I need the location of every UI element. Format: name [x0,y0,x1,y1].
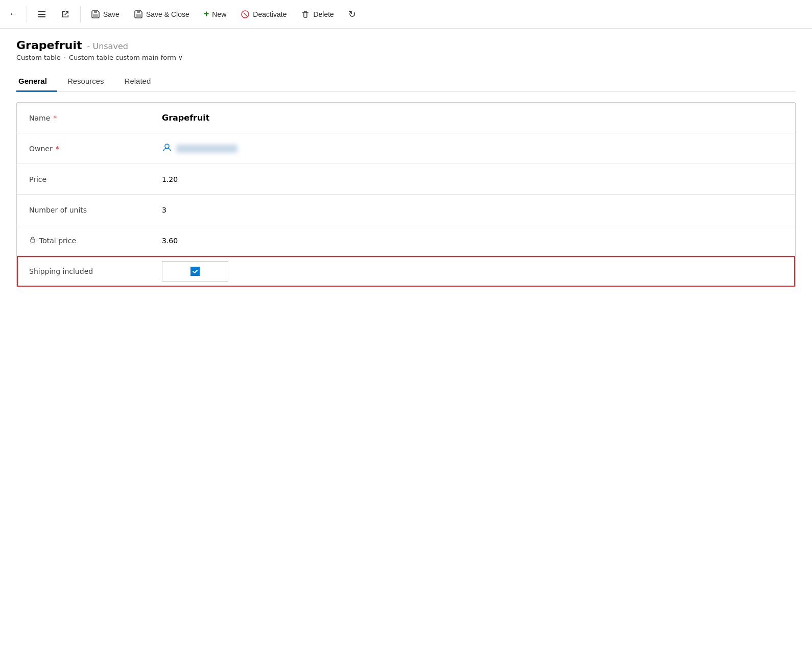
field-row-owner: Owner * [17,133,795,164]
record-status: - Unsaved [87,41,128,51]
save-close-label: Save & Close [146,10,189,18]
save-close-icon [134,10,143,19]
field-value-name: Grapefruit [162,113,783,123]
field-label-shipping-included: Shipping included [29,267,162,275]
field-value-price[interactable]: 1.20 [162,175,783,183]
field-label-price: Price [29,175,162,183]
refresh-icon: ↻ [348,9,356,20]
svg-rect-5 [137,11,140,13]
svg-rect-0 [38,11,45,12]
field-label-name: Name * [29,114,162,122]
deactivate-label: Deactivate [253,10,286,18]
breadcrumb-separator: · [64,54,66,61]
list-view-button[interactable] [31,7,53,22]
deactivate-icon [241,10,250,19]
svg-rect-1 [38,14,45,15]
toolbar: ← Save Save & Close + New [0,0,812,29]
required-star-owner: * [56,145,59,153]
person-icon [162,143,172,155]
field-row-number-of-units: Number of units 3 [17,195,795,225]
record-header: Grapefruit - Unsaved Custom table · Cust… [16,39,796,61]
svg-point-9 [165,144,169,148]
svg-rect-6 [136,14,141,17]
save-icon [91,10,100,19]
refresh-button[interactable]: ↻ [342,6,362,23]
field-value-number-of-units[interactable]: 3 [162,206,783,214]
new-button[interactable]: + New [198,6,233,22]
open-in-new-icon [61,10,70,19]
field-row-shipping-included: Shipping included [17,256,795,287]
tab-resources[interactable]: Resources [57,72,114,92]
field-label-total-price: Total price [29,236,162,245]
deactivate-button[interactable]: Deactivate [234,7,293,22]
plus-icon: + [204,9,209,19]
form-section-general: Name * Grapefruit Owner * [16,102,796,287]
field-value-owner[interactable] [162,143,783,155]
list-icon [37,10,46,19]
new-label: New [212,10,226,18]
save-button[interactable]: Save [85,7,126,22]
svg-rect-2 [38,16,45,17]
lock-icon [29,236,36,245]
checkbox-checked-icon [190,267,200,276]
svg-rect-10 [31,239,35,242]
tab-general[interactable]: General [16,72,57,92]
svg-rect-4 [93,14,98,17]
chevron-down-icon: ∨ [178,54,183,61]
breadcrumb: Custom table · Custom table custom main … [16,54,796,61]
back-icon: ← [9,9,18,19]
back-button[interactable]: ← [4,5,22,24]
page-content: Grapefruit - Unsaved Custom table · Cust… [0,29,812,297]
open-record-button[interactable] [55,7,76,22]
tab-related[interactable]: Related [114,72,161,92]
field-row-price: Price 1.20 [17,164,795,195]
delete-button[interactable]: Delete [295,7,340,22]
save-label: Save [103,10,120,18]
delete-icon [301,10,310,19]
divider-1 [27,6,27,22]
field-label-owner: Owner * [29,145,162,153]
field-row-name: Name * Grapefruit [17,103,795,133]
record-name: Grapefruit [16,39,82,52]
breadcrumb-form-name: Custom table custom main form [69,54,176,61]
breadcrumb-table: Custom table [16,54,61,61]
owner-name-blurred [176,145,237,153]
divider-2 [80,6,81,22]
svg-rect-3 [94,11,97,13]
field-label-number-of-units: Number of units [29,206,162,214]
field-row-total-price: Total price 3.60 [17,225,795,256]
field-value-shipping-included[interactable] [162,261,783,282]
field-value-total-price: 3.60 [162,237,783,245]
record-title: Grapefruit - Unsaved [16,39,796,52]
breadcrumb-form-selector[interactable]: Custom table custom main form ∨ [69,54,183,61]
save-close-button[interactable]: Save & Close [128,7,196,22]
svg-line-8 [244,13,248,17]
checkbox-shipping-included[interactable] [162,261,228,282]
required-star-name: * [53,114,57,122]
tabs-bar: General Resources Related [16,72,796,92]
delete-label: Delete [313,10,333,18]
